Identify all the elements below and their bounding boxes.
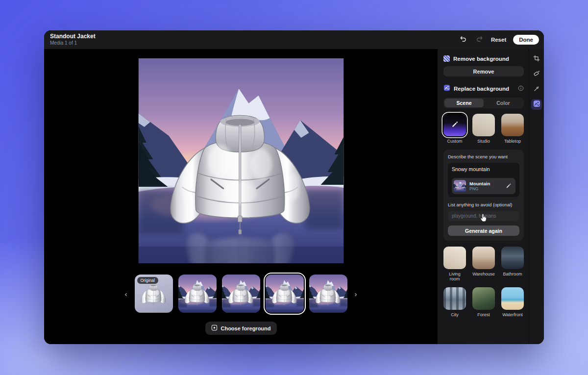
describe-scene-input[interactable]: Snowy mountain Mountain PNG — [448, 163, 519, 197]
mode-studio[interactable]: Studio — [472, 114, 495, 144]
remove-button[interactable]: Remove — [443, 66, 524, 76]
attachment-type: PNG — [469, 186, 502, 191]
preset-forest[interactable]: Forest — [472, 287, 495, 317]
done-button[interactable]: Done — [513, 35, 539, 45]
reset-button[interactable]: Reset — [491, 37, 506, 43]
tab-scene[interactable]: Scene — [444, 99, 484, 107]
tab-color[interactable]: Color — [484, 99, 523, 107]
info-icon[interactable] — [518, 84, 524, 93]
preset-warehouse[interactable]: Warehouse — [472, 247, 495, 281]
mode-custom[interactable]: Custom — [443, 114, 466, 144]
attachment-thumbnail — [454, 180, 466, 192]
thumbnail-strip: ‹ Original — [123, 275, 359, 313]
studio-preview-image — [472, 114, 495, 136]
preset-waterfront-label: Waterfront — [501, 312, 524, 317]
replace-background-title: Replace background — [454, 86, 514, 92]
top-bar: Standout Jacket Media 1 of 1 Reset Done — [44, 30, 544, 49]
chevron-right-icon: › — [355, 290, 357, 298]
preset-waterfront[interactable]: Waterfront — [501, 287, 524, 317]
undo-button[interactable] — [459, 34, 468, 45]
media-title: Standout Jacket — [50, 33, 96, 40]
foreground-target-icon — [211, 325, 217, 332]
edited-image — [138, 58, 343, 263]
mode-tabletop[interactable]: Tabletop — [501, 114, 524, 144]
living-room-preview-image — [443, 247, 466, 269]
scene-mode-row: Custom Studio Tabletop — [443, 114, 524, 144]
warehouse-preview-image — [472, 247, 495, 269]
replace-background-tool-button[interactable] — [531, 99, 542, 110]
jacket-image — [314, 280, 342, 309]
choose-foreground-button[interactable]: Choose foreground — [205, 322, 276, 335]
waterfront-preview-image — [501, 287, 524, 310]
tabletop-preview-image — [501, 114, 524, 136]
edit-sidebar: Remove background Remove Replace backgro… — [438, 49, 529, 344]
mode-studio-label: Studio — [472, 139, 495, 144]
jacket-image — [161, 94, 319, 254]
bathroom-preview-image — [501, 247, 524, 269]
strip-next-button[interactable]: › — [353, 288, 359, 300]
remove-background-icon — [443, 55, 450, 62]
preset-city-label: City — [443, 312, 466, 317]
edit-attachment-icon[interactable] — [506, 182, 512, 191]
replace-background-icon — [443, 84, 450, 93]
thumbnail-variant-2[interactable] — [222, 275, 260, 313]
preset-city[interactable]: City — [443, 287, 466, 317]
preset-bathroom[interactable]: Bathroom — [501, 247, 524, 281]
pencil-icon — [451, 121, 459, 130]
crop-tool-button[interactable] — [531, 53, 542, 64]
custom-scene-panel: Describe the scene you want Snowy mounta… — [443, 150, 524, 241]
city-preview-image — [443, 287, 466, 310]
replace-background-icon — [533, 100, 540, 109]
attachment-chip[interactable]: Mountain PNG — [452, 178, 515, 194]
mode-custom-label: Custom — [443, 139, 466, 144]
describe-scene-value: Snowy mountain — [452, 166, 515, 172]
thumbnail-variant-4[interactable] — [309, 275, 347, 313]
editor-window: Standout Jacket Media 1 of 1 Reset Done — [44, 30, 544, 344]
describe-scene-label: Describe the scene you want — [448, 154, 519, 159]
preset-bathroom-label: Bathroom — [501, 272, 524, 276]
magic-eraser-icon — [533, 70, 540, 78]
chevron-left-icon: ‹ — [125, 290, 127, 298]
redo-icon — [476, 35, 483, 44]
remove-background-title: Remove background — [453, 56, 524, 62]
generate-again-button[interactable]: Generate again — [448, 225, 519, 236]
media-counter: Media 1 of 1 — [50, 40, 96, 46]
jacket-image — [270, 280, 298, 309]
strip-prev-button[interactable]: ‹ — [123, 288, 129, 300]
attachment-name: Mountain — [469, 181, 502, 186]
thumbnail-original[interactable]: Original — [135, 275, 173, 313]
preset-living-room-label: Living room — [443, 272, 466, 281]
thumbnail-variant-3-selected[interactable] — [266, 275, 304, 313]
tool-strip — [529, 49, 544, 344]
canvas-area: ‹ Original — [44, 49, 438, 344]
thumbnail-variant-1[interactable] — [178, 275, 217, 313]
scene-preset-grid: Living room Warehouse Bathroom City Fore… — [443, 247, 524, 317]
preset-warehouse-label: Warehouse — [472, 272, 495, 276]
preset-living-room[interactable]: Living room — [443, 247, 466, 281]
crop-icon — [533, 55, 540, 63]
preset-forest-label: Forest — [472, 312, 495, 317]
adjust-wand-tool-button[interactable] — [531, 84, 542, 95]
choose-foreground-label: Choose foreground — [220, 325, 270, 331]
jacket-image — [183, 280, 211, 309]
original-badge: Original — [137, 277, 158, 284]
undo-icon — [460, 35, 467, 44]
forest-preview-image — [472, 287, 495, 310]
redo-button[interactable] — [475, 34, 484, 45]
jacket-image — [227, 280, 254, 309]
jacket-image — [140, 280, 167, 309]
avoid-label: List anything to avoid (optional) — [448, 202, 519, 207]
avoid-input[interactable] — [448, 211, 519, 221]
mode-tabletop-label: Tabletop — [501, 139, 524, 144]
adjust-wand-icon — [533, 85, 540, 94]
media-title-block: Standout Jacket Media 1 of 1 — [50, 33, 96, 46]
magic-eraser-tool-button[interactable] — [531, 69, 542, 79]
scene-color-tabs: Scene Color — [443, 98, 524, 108]
